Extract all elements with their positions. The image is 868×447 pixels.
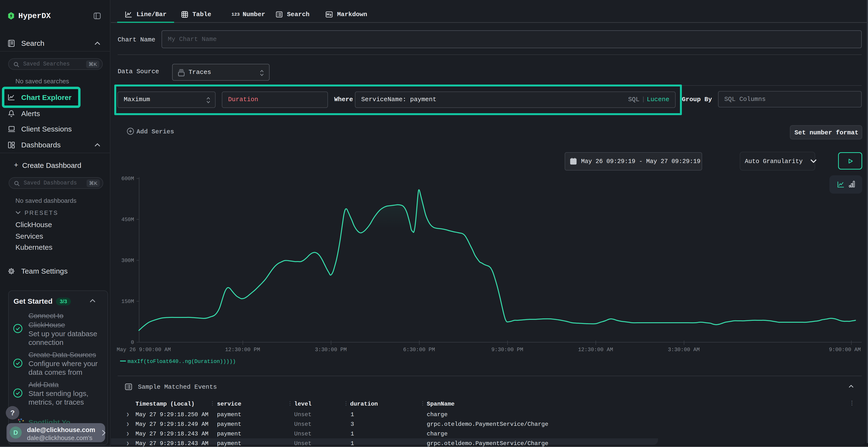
svg-text:9:30:00 PM: 9:30:00 PM <box>491 347 523 353</box>
svg-text:6:30:00 PM: 6:30:00 PM <box>403 347 435 353</box>
svg-text:0: 0 <box>131 340 134 346</box>
svg-text:12:30:00 AM: 12:30:00 AM <box>578 347 613 353</box>
svg-text:3:30:00 PM: 3:30:00 PM <box>315 347 347 353</box>
svg-text:maxIf(toFloat640..ng(Duration): maxIf(toFloat640..ng(Duration))))) <box>128 358 236 365</box>
svg-text:May 26 9:00:00 AM: May 26 9:00:00 AM <box>117 347 171 353</box>
svg-text:9:00:00 AM: 9:00:00 AM <box>829 347 861 353</box>
svg-text:300M: 300M <box>121 258 134 264</box>
svg-text:12:30:00 PM: 12:30:00 PM <box>225 347 260 353</box>
svg-text:450M: 450M <box>121 217 134 223</box>
svg-text:3:30:00 AM: 3:30:00 AM <box>668 347 700 353</box>
svg-text:600M: 600M <box>121 176 134 182</box>
svg-text:150M: 150M <box>121 299 134 305</box>
